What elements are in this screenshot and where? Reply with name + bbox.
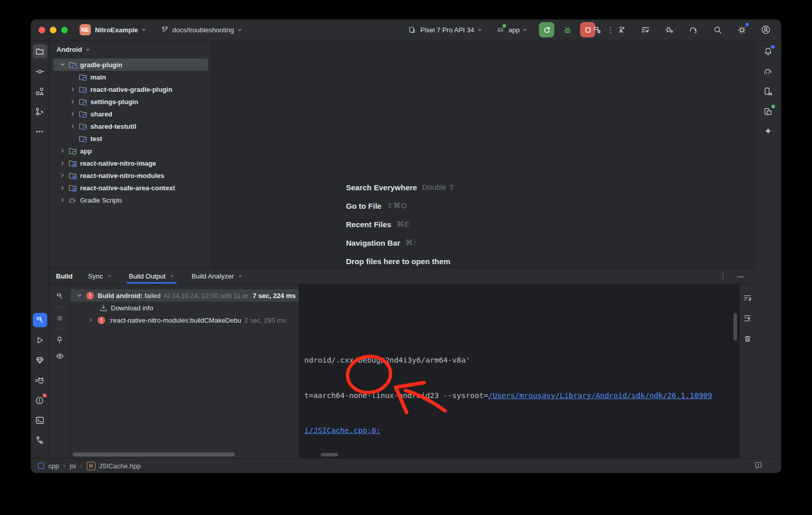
tree-item-react-native-safe-area-context[interactable]: react-native-safe-area-context [53, 182, 208, 194]
tree-item-settings-plugin[interactable]: settings-plugin [53, 95, 208, 108]
chevron-right-icon[interactable] [59, 184, 67, 192]
console-file-link[interactable]: i/JSICache.cpp:8: [304, 426, 380, 434]
running-devices-button[interactable] [761, 104, 776, 118]
shortcut-label: Recent Files [346, 220, 391, 229]
run-tool-button[interactable] [33, 333, 47, 347]
chevron-down-icon[interactable] [59, 61, 67, 69]
notifications-button[interactable] [761, 44, 776, 58]
project-view-label: Android [56, 46, 82, 53]
debug-button[interactable] [561, 24, 573, 36]
device-ready-dot [502, 24, 506, 28]
run-config-selector[interactable]: app [496, 25, 529, 34]
event-log-button[interactable] [754, 461, 763, 471]
chevron-right-icon[interactable] [69, 97, 77, 106]
chevron-right-icon[interactable] [69, 122, 77, 130]
version-control-tool-button[interactable] [33, 433, 47, 447]
device-selector[interactable]: Pixel 7 Pro API 34 [408, 26, 484, 34]
project-view-selector[interactable]: Android [49, 41, 212, 55]
more-tools-button[interactable]: ••• [33, 124, 47, 138]
tree-item-react-native-nitro-modules[interactable]: react-native-nitro-modules [53, 169, 208, 182]
resource-manager-tool-button[interactable] [33, 84, 47, 98]
problems-tool-button[interactable] [33, 393, 47, 407]
build-root-row[interactable]: Build android: failed At 14.10.24, 12:00… [70, 289, 299, 302]
project-tool-button[interactable] [33, 44, 47, 58]
filter-view-button[interactable] [53, 349, 66, 363]
vcs-tool-button[interactable] [33, 104, 47, 118]
apply-changes-button[interactable]: A [615, 24, 627, 36]
terminal-tool-button[interactable] [33, 413, 47, 427]
scroll-to-end-button[interactable] [741, 311, 754, 325]
gradle-sync-icon [689, 25, 699, 35]
breadcrumb-file[interactable]: JSICache.hpp [99, 462, 141, 470]
close-tab-icon[interactable]: × [239, 272, 243, 280]
gradle-sync-button[interactable] [687, 24, 700, 36]
minimize-window-button[interactable] [50, 27, 56, 33]
account-button[interactable] [760, 24, 772, 36]
close-window-button[interactable] [38, 27, 45, 33]
chevron-right-icon[interactable] [59, 147, 67, 155]
soft-wrap-button[interactable] [741, 291, 754, 304]
tab-sync[interactable]: Sync× [88, 268, 112, 284]
restart-build-button[interactable] [53, 289, 66, 303]
search-icon [713, 25, 723, 35]
branch-selector[interactable]: docs/troubleshooting [161, 26, 243, 34]
console-file-link[interactable]: /Users/mrousavy/Library/Android/sdk/ndk/… [488, 391, 712, 400]
horizontal-scrollbar[interactable] [321, 453, 338, 457]
app-quality-insights-tool-button[interactable] [33, 353, 47, 367]
pin-tab-button[interactable] [53, 333, 66, 347]
tree-item-main[interactable]: main [53, 71, 208, 83]
gemini-button[interactable] [761, 124, 776, 138]
project-selector[interactable]: NitroExample [95, 26, 138, 34]
tree-item-app[interactable]: app [53, 145, 208, 157]
chevron-right-icon[interactable] [59, 196, 67, 204]
breadcrumb-jsi[interactable]: jsi [70, 462, 76, 470]
gemini-star-icon [763, 127, 773, 136]
gradle-tool-button[interactable] [761, 64, 776, 78]
shortcut-label: Search Everywhere [346, 183, 417, 192]
git-graph-icon [35, 107, 45, 116]
commit-tool-button[interactable] [33, 64, 47, 78]
chevron-down-icon[interactable] [75, 291, 84, 300]
device-manager-button[interactable] [761, 84, 776, 98]
tree-item-react-native-gradle-plugin[interactable]: react-native-gradle-plugin [53, 83, 208, 95]
divider [54, 329, 65, 329]
module-folder-icon [68, 61, 77, 69]
stop-build-button[interactable] [53, 311, 66, 325]
build-task-row[interactable]: :react-native-nitro-modules:buildCMakeDe… [70, 314, 299, 326]
horizontal-scrollbar[interactable] [73, 452, 235, 457]
rerun-button[interactable] [539, 22, 554, 37]
devices-icon [408, 26, 417, 34]
breadcrumb-cpp[interactable]: cpp [48, 462, 59, 470]
tree-item-test[interactable]: test [53, 132, 208, 145]
tree-item-gradle-scripts[interactable]: Gradle Scripts [53, 194, 208, 206]
hammer-icon [55, 292, 64, 301]
build-project-button[interactable] [591, 24, 603, 36]
chevron-right-icon[interactable] [69, 85, 77, 93]
attach-debugger-button[interactable] [663, 24, 675, 36]
logcat-tool-button[interactable] [33, 373, 47, 387]
zoom-window-button[interactable] [61, 27, 68, 33]
search-everywhere-button[interactable] [711, 24, 724, 36]
build-download-info-row[interactable]: Download info [70, 302, 299, 314]
minimize-panel-button[interactable]: — [737, 272, 744, 280]
build-root-status: failed [143, 292, 161, 300]
chevron-right-icon[interactable] [59, 159, 67, 167]
git-branch-icon [35, 435, 45, 445]
settings-button[interactable] [736, 24, 748, 36]
tab-build-output[interactable]: Build Output× [129, 268, 174, 284]
chevron-right-icon[interactable] [87, 316, 95, 324]
chevron-right-icon[interactable] [59, 171, 67, 180]
build-tool-button[interactable] [33, 313, 47, 327]
chevron-right-icon[interactable] [69, 110, 77, 118]
tree-item-gradle-plugin[interactable]: gradle-plugin [53, 58, 208, 71]
panel-options-button[interactable]: ⋮ [719, 271, 727, 281]
vertical-scrollbar[interactable] [733, 313, 737, 341]
close-tab-icon[interactable]: × [107, 272, 111, 280]
tree-item-shared[interactable]: shared [53, 108, 208, 120]
tab-build-analyzer[interactable]: Build Analyzer× [191, 268, 242, 284]
tree-item-react-native-nitro-image[interactable]: react-native-nitro-image [53, 157, 208, 169]
tree-item-shared-testutil[interactable]: shared-testutil [53, 120, 208, 132]
close-tab-icon[interactable]: × [170, 272, 175, 280]
apply-code-changes-button[interactable] [639, 24, 651, 36]
clear-all-button[interactable] [741, 332, 754, 345]
